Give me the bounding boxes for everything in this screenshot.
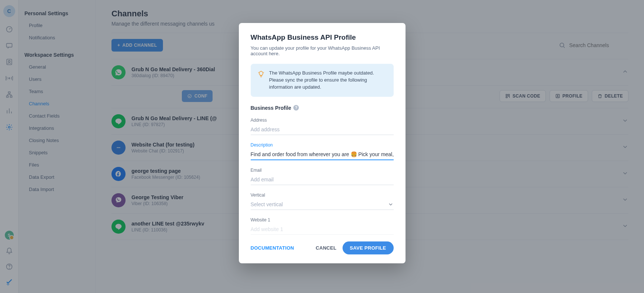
- vertical-label: Vertical: [251, 192, 394, 198]
- modal-overlay[interactable]: WhatsApp Business API Profile You can up…: [0, 0, 644, 293]
- email-input[interactable]: [251, 174, 394, 185]
- business-profile-section: Business Profile ?: [251, 105, 394, 111]
- info-box: The WhatsApp Business Profile maybe outd…: [251, 64, 394, 97]
- description-label: Description: [251, 142, 394, 148]
- whatsapp-profile-modal: WhatsApp Business API Profile You can up…: [239, 23, 406, 263]
- modal-subtitle: You can update your profile for your Wha…: [251, 45, 394, 56]
- modal-title: WhatsApp Business API Profile: [251, 33, 394, 42]
- address-input[interactable]: [251, 124, 394, 135]
- website1-input[interactable]: [251, 224, 394, 235]
- documentation-link[interactable]: DOCUMENTATION: [251, 245, 294, 251]
- cancel-button[interactable]: CANCEL: [310, 241, 343, 254]
- modal-footer: DOCUMENTATION CANCEL SAVE PROFILE: [251, 241, 394, 254]
- address-label: Address: [251, 118, 394, 123]
- info-text: The WhatsApp Business Profile maybe outd…: [269, 70, 387, 91]
- help-tooltip-icon[interactable]: ?: [293, 105, 299, 111]
- email-label: Email: [251, 168, 394, 173]
- vertical-placeholder: Select vertical: [251, 201, 283, 207]
- lightbulb-icon: [257, 70, 265, 91]
- vertical-select[interactable]: Select vertical: [251, 199, 394, 210]
- website1-label: Website 1: [251, 217, 394, 223]
- chevron-down-icon: [388, 201, 394, 207]
- description-input[interactable]: [251, 149, 394, 160]
- save-profile-button[interactable]: SAVE PROFILE: [343, 241, 394, 254]
